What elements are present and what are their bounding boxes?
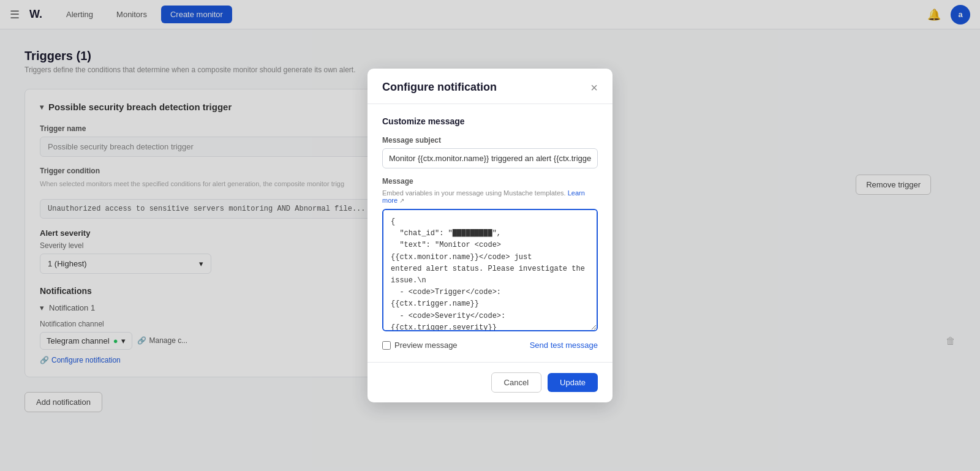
send-test-message-link[interactable]: Send test message [530, 341, 598, 350]
modal-footer: Cancel Update [368, 362, 612, 402]
modal-header: Configure notification × [368, 69, 612, 104]
message-label: Message [382, 177, 598, 186]
preview-message-label[interactable]: Preview message [382, 341, 458, 350]
cancel-button[interactable]: Cancel [491, 372, 541, 393]
preview-row: Preview message Send test message [382, 341, 598, 350]
modal-overlay: Configure notification × Customize messa… [0, 0, 980, 432]
external-link-icon: ↗ [399, 197, 404, 204]
update-button[interactable]: Update [548, 373, 598, 392]
message-subject-label: Message subject [382, 136, 598, 145]
message-help-text: Embed variables in your message using Mu… [382, 189, 598, 204]
modal-body: Customize message Message subject Messag… [368, 104, 612, 362]
preview-message-checkbox[interactable] [382, 341, 391, 350]
customize-message-title: Customize message [382, 116, 598, 126]
message-textarea[interactable]: { "chat_id": "█████████", "text": "Monit… [382, 209, 598, 331]
modal-close-button[interactable]: × [590, 81, 598, 94]
modal-title: Configure notification [382, 81, 497, 94]
preview-message-text: Preview message [394, 341, 458, 350]
message-subject-input[interactable] [382, 148, 598, 168]
configure-notification-modal: Configure notification × Customize messa… [368, 69, 612, 402]
